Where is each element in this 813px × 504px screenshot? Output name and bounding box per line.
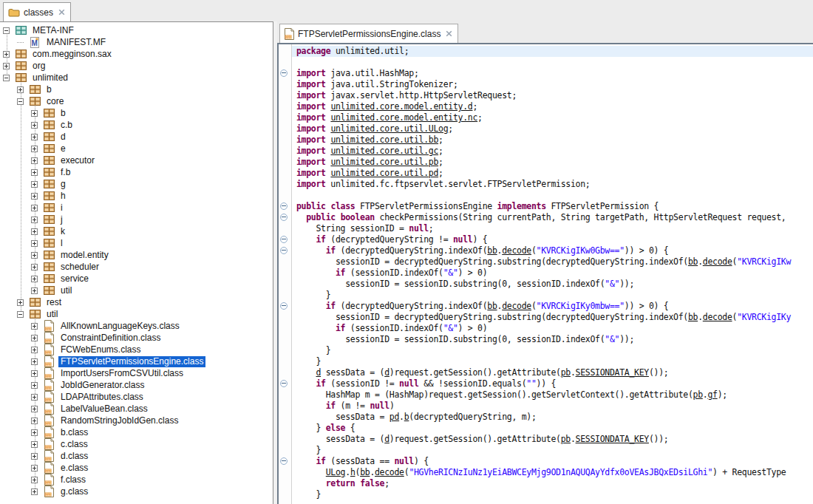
expand-icon[interactable] xyxy=(31,122,38,129)
tree-item[interactable]: 010d.class xyxy=(0,450,273,462)
expand-icon[interactable] xyxy=(31,169,38,176)
tree-item[interactable]: d xyxy=(0,131,273,143)
tree-item[interactable]: 010AllKnownLanguageKeys.class xyxy=(0,320,273,332)
fold-collapse-icon[interactable] xyxy=(280,236,288,243)
expand-icon[interactable] xyxy=(31,394,38,401)
expand-icon[interactable] xyxy=(31,406,38,412)
code-link[interactable]: bb xyxy=(360,467,370,477)
code-link[interactable]: bb xyxy=(487,245,497,256)
code-link[interactable]: pb xyxy=(561,367,571,378)
tree-item[interactable]: 010FCWebEnums.class xyxy=(0,344,273,355)
fold-collapse-icon[interactable] xyxy=(280,457,288,465)
expand-icon[interactable] xyxy=(31,477,38,483)
expand-icon[interactable] xyxy=(17,86,24,93)
fold-collapse-icon[interactable] xyxy=(280,69,288,77)
expand-icon[interactable] xyxy=(31,228,38,235)
code-link[interactable]: bb xyxy=(487,301,497,311)
collapse-icon[interactable] xyxy=(3,27,10,34)
tree-item[interactable]: b xyxy=(0,107,273,119)
expand-icon[interactable] xyxy=(3,51,10,58)
collapse-icon[interactable] xyxy=(3,75,10,81)
tree-item[interactable]: 010g.class xyxy=(0,486,273,497)
tree-item[interactable]: MMANIFEST.MF xyxy=(0,36,273,48)
tree-item[interactable]: e xyxy=(0,143,273,154)
fold-collapse-icon[interactable] xyxy=(280,214,288,221)
tree-item[interactable]: 010JobIdGenerator.class xyxy=(0,379,273,391)
tree-item[interactable]: core xyxy=(0,95,273,107)
close-icon[interactable] xyxy=(58,9,65,16)
tree-item[interactable]: g xyxy=(0,178,273,190)
tree-item[interactable]: f.b xyxy=(0,166,273,178)
collapse-icon[interactable] xyxy=(17,98,24,105)
expand-icon[interactable] xyxy=(31,157,38,164)
tree-item[interactable]: unlimited xyxy=(0,72,273,84)
expand-icon[interactable] xyxy=(31,418,38,424)
tree-item[interactable]: 010f.class xyxy=(0,474,273,486)
tree-item[interactable]: k xyxy=(0,225,273,237)
expand-icon[interactable] xyxy=(31,370,38,377)
tree-item[interactable]: org xyxy=(0,60,273,72)
expand-icon[interactable] xyxy=(31,347,38,353)
code-link[interactable]: h xyxy=(350,467,356,477)
code-link[interactable]: pb xyxy=(561,434,571,444)
tree-item[interactable]: 010RandomStringJobIdGen.class xyxy=(0,415,273,426)
tree-item[interactable]: 010c.class xyxy=(0,438,273,450)
tree-item[interactable]: 010b.class xyxy=(0,426,273,438)
code-link[interactable]: unlimited.core.util.gc xyxy=(330,146,438,156)
fold-collapse-icon[interactable] xyxy=(280,380,288,387)
code-link[interactable]: gf xyxy=(707,389,717,400)
expand-icon[interactable] xyxy=(31,110,38,117)
code-link[interactable]: bb xyxy=(688,256,698,267)
code-link[interactable]: decode xyxy=(375,467,404,477)
expand-icon[interactable] xyxy=(31,205,38,211)
close-icon[interactable] xyxy=(446,30,452,37)
expand-icon[interactable] xyxy=(31,146,38,152)
code-link[interactable]: decode xyxy=(502,301,531,311)
fold-collapse-icon[interactable] xyxy=(280,302,288,310)
fold-collapse-icon[interactable] xyxy=(280,247,288,254)
code-link[interactable]: unlimited.core.model.entity.d xyxy=(330,101,472,112)
tree-item[interactable]: model.entity xyxy=(0,249,273,261)
collapse-icon[interactable] xyxy=(17,311,24,318)
code-link[interactable]: SESSIONDATA_KEY xyxy=(576,367,649,378)
expand-icon[interactable] xyxy=(31,181,38,188)
expand-icon[interactable] xyxy=(31,465,38,471)
tree-item[interactable]: util xyxy=(0,285,273,296)
expand-icon[interactable] xyxy=(31,323,38,330)
tree-item[interactable]: j xyxy=(0,214,273,225)
expand-icon[interactable] xyxy=(3,63,10,69)
tree-item[interactable]: 010FTPServletPermissionsEngine.class xyxy=(0,355,273,367)
expand-icon[interactable] xyxy=(31,441,38,448)
tree-item[interactable]: l xyxy=(0,237,273,249)
tree-item[interactable]: 010e.class xyxy=(0,462,273,474)
code-link[interactable]: decode xyxy=(703,256,732,267)
code-link[interactable]: pd xyxy=(390,412,399,422)
fold-collapse-icon[interactable] xyxy=(280,202,288,210)
code-link[interactable]: ULog xyxy=(326,467,346,477)
code-link[interactable]: d xyxy=(384,367,390,378)
code-link[interactable]: decode xyxy=(502,245,531,256)
code-link[interactable]: decode xyxy=(703,312,732,322)
tree-item[interactable]: scheduler xyxy=(0,261,273,273)
expand-icon[interactable] xyxy=(31,287,38,294)
code-link[interactable]: pb xyxy=(693,389,703,400)
expand-icon[interactable] xyxy=(31,276,38,282)
expand-icon[interactable] xyxy=(31,335,38,341)
tree-item[interactable]: 010ConstraintDefinition.class xyxy=(0,332,273,344)
expand-icon[interactable] xyxy=(31,488,38,495)
expand-icon[interactable] xyxy=(31,358,38,365)
tree-item[interactable]: c.b xyxy=(0,119,273,131)
tree-item[interactable]: 010LabelValueBean.class xyxy=(0,403,273,415)
tree-item[interactable]: META-INF xyxy=(0,24,273,36)
expand-icon[interactable] xyxy=(31,382,38,389)
expand-icon[interactable] xyxy=(31,252,38,259)
code-link[interactable]: SESSIONDATA_KEY xyxy=(576,434,649,444)
code-link[interactable]: d xyxy=(384,434,390,444)
expand-icon[interactable] xyxy=(31,134,38,140)
tree-item[interactable]: com.megginson.sax xyxy=(0,48,273,60)
code-link[interactable]: unlimited.core.util.pb xyxy=(330,157,438,167)
code-link[interactable]: unlimited.core.model.entity.nc xyxy=(330,112,477,123)
code-area[interactable]: package unlimited.util;import java.util.… xyxy=(292,44,813,504)
expand-icon[interactable] xyxy=(31,193,38,200)
tree-item[interactable]: rest xyxy=(0,296,273,308)
